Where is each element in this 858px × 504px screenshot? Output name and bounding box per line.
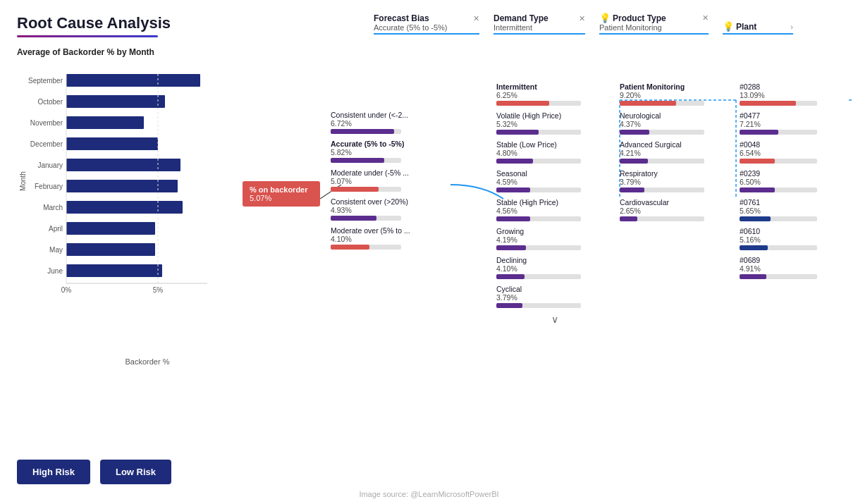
tree-item: Moderate under (-5% ... 5.07% xyxy=(331,168,447,192)
tree-item: Neurological 4.37% xyxy=(620,111,736,135)
tree-bar-fill xyxy=(496,101,549,106)
tree-item-pct: 4.37% xyxy=(620,120,736,128)
tree-bar-bg xyxy=(496,216,581,221)
filter-forecast-bias-value: Accurate (5% to -5%) xyxy=(374,23,479,32)
tree-bar-fill xyxy=(331,129,394,134)
tree-item-label: Moderate over (5% to ... xyxy=(331,226,447,235)
tree-item-label: #0477 xyxy=(740,111,849,120)
tree-item-label: Stable (Low Price) xyxy=(496,140,613,149)
tree-item-pct: 6.54% xyxy=(740,149,849,157)
tree-item-pct: 4.59% xyxy=(496,178,613,186)
tree-item-pct: 4.21% xyxy=(620,149,736,157)
tree-bar-fill xyxy=(620,216,637,221)
tree-item: #0689 4.91% xyxy=(740,256,849,279)
tree-item: Stable (Low Price) 4.80% xyxy=(496,140,613,164)
tree-item-label: Seasonal xyxy=(496,169,613,178)
tree-bar-bg xyxy=(331,216,401,221)
tree-item-label: Advanced Surgical xyxy=(620,140,736,149)
tree-item-label: Cardiovascular xyxy=(620,198,736,207)
tree-item-label: Neurological xyxy=(620,111,736,120)
tree-bar-fill xyxy=(620,188,644,192)
tree-bar-fill xyxy=(496,303,522,308)
tree-bar-fill xyxy=(496,274,525,279)
tree-item-pct: 9.20% xyxy=(620,91,736,99)
tree-item-pct: 4.93% xyxy=(331,206,447,214)
tree-item-pct: 4.56% xyxy=(496,207,613,215)
tree-item-label: #0610 xyxy=(740,227,849,235)
tree-bar-bg xyxy=(496,130,581,135)
tree-item: Growing 4.19% xyxy=(496,227,613,250)
tree-bar-bg xyxy=(740,159,817,164)
tree-item-pct: 4.10% xyxy=(331,235,447,243)
filter-forecast-bias-close[interactable]: ✕ xyxy=(473,14,479,23)
high-risk-button[interactable]: High Risk xyxy=(17,460,90,484)
svg-rect-13 xyxy=(66,201,183,214)
svg-text:June: June xyxy=(47,267,63,275)
tree-bar-bg xyxy=(740,216,817,221)
lightbulb-plant-icon: 💡 xyxy=(723,21,734,32)
backorder-label: % on backorder xyxy=(250,185,313,194)
tree-item-pct: 5.16% xyxy=(740,235,849,244)
tree-item: Cardiovascular 2.65% xyxy=(620,198,736,221)
svg-rect-11 xyxy=(66,180,178,192)
tree-bar-fill xyxy=(620,101,676,106)
filter-plant-arrow[interactable]: › xyxy=(790,23,793,31)
tree-item-label: #0239 xyxy=(740,169,849,178)
tree-item-label: Consistent under (<-2... xyxy=(331,111,447,119)
chart-title: Average of Backorder % by Month xyxy=(17,47,228,57)
svg-text:February: February xyxy=(35,183,63,190)
tree-bar-fill xyxy=(740,188,775,192)
filter-product-type-value: Patient Monitoring xyxy=(599,23,709,32)
tree-bar-bg xyxy=(331,245,401,250)
svg-rect-7 xyxy=(66,137,158,150)
svg-text:January: January xyxy=(37,161,63,169)
tree-item-label: Stable (High Price) xyxy=(496,198,613,207)
tree-item-pct: 5.07% xyxy=(331,177,447,185)
tree-bar-bg xyxy=(496,245,581,250)
forecast-bias-column: Consistent under (<-2... 6.72% Accurate … xyxy=(331,111,447,255)
tree-bar-fill xyxy=(331,158,384,163)
tree-bar-bg xyxy=(740,188,817,192)
plant-column: #0288 13.09% #0477 7.21% #0048 6.54% #02… xyxy=(740,82,849,285)
tree-item: Declining 4.10% xyxy=(496,256,613,279)
tree-bar-fill xyxy=(331,216,376,221)
decomp-tree-area: % on backorder 5.07% Consistent under (<… xyxy=(228,75,841,484)
tree-item: #0610 5.16% xyxy=(740,227,849,250)
tree-item: #0288 13.09% xyxy=(740,82,849,106)
tree-item-pct: 6.25% xyxy=(496,91,613,99)
svg-rect-17 xyxy=(66,243,155,256)
low-risk-button[interactable]: Low Risk xyxy=(100,460,171,484)
filter-demand-type: Demand Type ✕ Intermittent xyxy=(494,13,585,35)
filter-product-type-close[interactable]: ✕ xyxy=(702,13,709,23)
tree-bar-bg xyxy=(620,188,704,192)
filter-demand-type-close[interactable]: ✕ xyxy=(579,14,585,23)
svg-text:5%: 5% xyxy=(153,286,164,294)
tree-bar-bg xyxy=(496,303,581,308)
tree-item-pct: 4.10% xyxy=(496,264,613,273)
tree-bar-bg xyxy=(496,188,581,192)
tree-bar-bg xyxy=(620,216,704,221)
tree-item-label: Declining xyxy=(496,256,613,264)
svg-rect-9 xyxy=(66,159,180,171)
svg-text:September: September xyxy=(28,77,63,85)
tree-bar-fill xyxy=(331,245,369,250)
tree-bar-bg xyxy=(496,101,581,106)
backorder-node: % on backorder 5.07% xyxy=(243,181,320,207)
product-type-column: Patient Monitoring 9.20% Neurological 4.… xyxy=(620,82,736,227)
filters-row: Forecast Bias ✕ Accurate (5% to -5%) Dem… xyxy=(374,13,793,35)
tree-bar-fill xyxy=(496,188,530,192)
tree-bar-fill xyxy=(496,130,539,135)
bar-chart-panel: Average of Backorder % by Month Septembe… xyxy=(17,47,228,484)
filter-plant-label: Plant xyxy=(736,22,785,32)
tree-item-label: Moderate under (-5% ... xyxy=(331,168,447,177)
svg-text:November: November xyxy=(30,119,63,127)
svg-text:May: May xyxy=(49,246,63,254)
tree-item: Consistent under (<-2... 6.72% xyxy=(331,111,447,134)
buttons-row: High Risk Low Risk xyxy=(17,460,228,484)
tree-bar-bg xyxy=(496,159,581,164)
tree-bar-bg xyxy=(331,129,401,134)
filter-forecast-bias: Forecast Bias ✕ Accurate (5% to -5%) xyxy=(374,13,479,35)
tree-item-label: #0689 xyxy=(740,256,849,264)
title-underline xyxy=(17,35,158,37)
tree-bar-bg xyxy=(620,159,704,164)
